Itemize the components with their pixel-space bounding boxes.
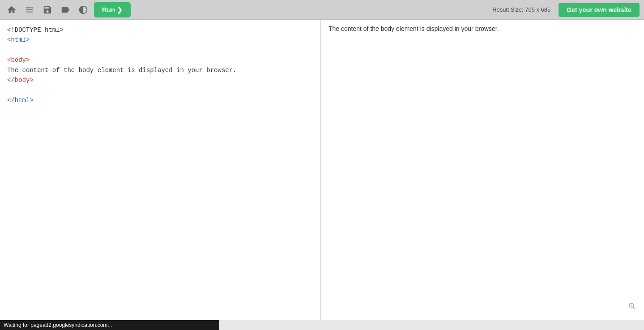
code-line-8: </html> xyxy=(7,95,313,105)
result-size-label: Result Size: 705 x 685 xyxy=(492,6,550,13)
run-label: Run ❯ xyxy=(102,6,123,14)
code-line-2: <html> xyxy=(7,35,313,45)
code-line-4: <body> xyxy=(7,55,313,65)
code-line-5: The content of the body element is displ… xyxy=(7,65,313,75)
code-line-3 xyxy=(7,45,313,55)
contrast-icon[interactable] xyxy=(76,3,90,17)
save-icon[interactable] xyxy=(40,3,55,17)
menu-icon[interactable] xyxy=(22,3,37,17)
status-text: Waiting for pagead2.googlesyndication.co… xyxy=(4,322,112,328)
code-line-6: </body> xyxy=(7,75,313,85)
zoom-icon[interactable] xyxy=(628,302,637,313)
run-button[interactable]: Run ❯ xyxy=(94,2,131,17)
get-website-button[interactable]: Get your own website xyxy=(559,3,640,17)
code-line-1: <!DOCTYPE html> xyxy=(7,25,313,35)
status-bar: Waiting for pagead2.googlesyndication.co… xyxy=(0,320,219,330)
home-icon[interactable] xyxy=(4,3,19,17)
tag-icon[interactable] xyxy=(58,3,73,17)
preview-content: The content of the body element is displ… xyxy=(328,25,637,32)
toolbar: Run ❯ Result Size: 705 x 685 Get your ow… xyxy=(0,0,644,20)
code-editor[interactable]: <!DOCTYPE html> <html> <body> The conten… xyxy=(0,20,321,320)
code-line-7 xyxy=(7,85,313,95)
preview-pane: The content of the body element is displ… xyxy=(321,20,644,320)
main-area: <!DOCTYPE html> <html> <body> The conten… xyxy=(0,20,644,320)
